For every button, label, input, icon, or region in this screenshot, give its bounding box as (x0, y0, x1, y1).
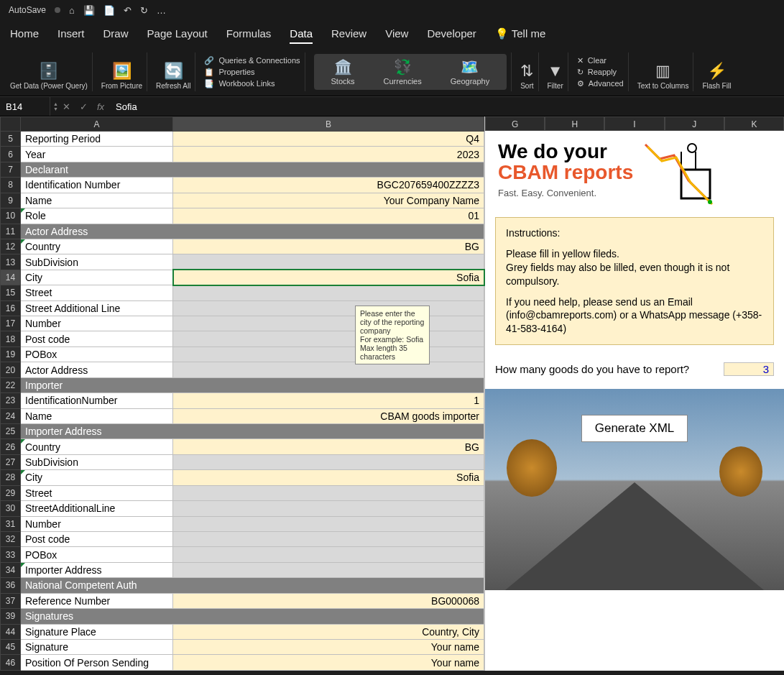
flash-fill-button[interactable]: ⚡ Flash Fill (698, 52, 735, 91)
workbook-links-button[interactable]: 📑Workbook Links (204, 79, 275, 88)
tab-data[interactable]: Data (290, 27, 313, 44)
label-cell[interactable]: Identification Number (21, 178, 173, 193)
sort-button[interactable]: ⇅ Sort (516, 52, 538, 91)
save-icon[interactable]: 💾 (83, 5, 95, 16)
row-header[interactable]: 31 (1, 516, 21, 531)
label-cell[interactable]: SubDivision (21, 454, 173, 469)
value-cell[interactable]: 2023 (173, 147, 484, 162)
row-header[interactable]: 22 (1, 377, 21, 392)
label-cell[interactable]: Signature (21, 639, 173, 654)
tab-tell-me[interactable]: 💡 Tell me (495, 27, 545, 44)
row-header[interactable]: 44 (1, 624, 21, 639)
label-cell[interactable]: Street (21, 485, 173, 500)
tab-developer[interactable]: Developer (427, 27, 476, 44)
row-header[interactable]: 27 (1, 454, 21, 469)
value-cell[interactable] (173, 531, 484, 546)
row-header[interactable]: 36 (1, 578, 21, 593)
row-header[interactable]: 6 (1, 147, 21, 162)
undo-icon[interactable]: ↶ (124, 5, 132, 16)
value-cell[interactable] (173, 485, 484, 500)
label-cell[interactable]: Street Additional Line (21, 300, 173, 316)
tab-view[interactable]: View (385, 27, 408, 44)
value-cell[interactable] (173, 254, 484, 270)
label-cell[interactable]: Country (21, 239, 173, 254)
tab-draw[interactable]: Draw (103, 27, 129, 44)
row-header[interactable]: 12 (1, 239, 21, 254)
value-cell[interactable]: BG (173, 439, 484, 454)
tab-home[interactable]: Home (10, 27, 39, 44)
row-header[interactable]: 10 (1, 208, 21, 224)
row-header[interactable]: 13 (1, 254, 21, 270)
section-header-cell[interactable]: Signatures (21, 609, 484, 624)
row-header[interactable]: 11 (1, 224, 21, 239)
section-header-cell[interactable]: Importer (21, 377, 484, 392)
value-cell[interactable]: Country, City (173, 624, 484, 639)
row-header[interactable]: 30 (1, 501, 21, 516)
queries-button[interactable]: 🔗Queries & Connections (204, 56, 300, 65)
value-cell[interactable] (173, 547, 484, 562)
row-header[interactable]: 46 (1, 655, 21, 671)
label-cell[interactable]: Actor Address (21, 362, 173, 377)
tab-page-layout[interactable]: Page Layout (147, 27, 208, 44)
col-headers-right[interactable]: G H I J K (485, 116, 784, 131)
row-header[interactable]: 24 (1, 408, 21, 423)
label-cell[interactable]: Country (21, 439, 173, 454)
value-cell[interactable] (173, 501, 484, 516)
value-cell[interactable]: BG000068 (173, 593, 484, 608)
col-header-h[interactable]: H (545, 116, 604, 131)
value-cell[interactable]: Your Company Name (173, 193, 484, 208)
value-cell[interactable] (173, 346, 484, 362)
label-cell[interactable]: Signature Place (21, 624, 173, 639)
more-icon[interactable]: … (157, 5, 166, 16)
row-header[interactable]: 16 (1, 300, 21, 316)
col-header-b[interactable]: B (173, 117, 484, 132)
formula-input[interactable]: Sofia (109, 101, 137, 112)
currencies-button[interactable]: 💱Currencies (384, 58, 422, 86)
label-cell[interactable]: POBox (21, 547, 173, 562)
row-header[interactable]: 23 (1, 393, 21, 408)
label-cell[interactable]: Post code (21, 331, 173, 346)
label-cell[interactable]: City (21, 470, 173, 485)
value-cell[interactable]: Q4 (173, 132, 484, 147)
label-cell[interactable]: Reference Number (21, 593, 173, 608)
confirm-button[interactable]: ✓ (75, 101, 93, 112)
section-header-cell[interactable]: Declarant (21, 162, 484, 177)
value-cell[interactable] (173, 300, 484, 316)
row-header[interactable]: 5 (1, 132, 21, 147)
row-header[interactable]: 8 (1, 178, 21, 193)
clear-button[interactable]: ✕Clear (577, 56, 607, 65)
value-cell[interactable] (173, 516, 484, 531)
generate-xml-button[interactable]: Generate XML (581, 415, 688, 442)
value-cell[interactable]: Sofia (173, 270, 484, 285)
value-cell[interactable]: BGC207659400ZZZZ3 (173, 178, 484, 193)
label-cell[interactable]: StreetAdditionalLine (21, 501, 173, 516)
value-cell[interactable]: BG (173, 239, 484, 254)
row-header[interactable]: 25 (1, 424, 21, 439)
geography-button[interactable]: 🗺️Geography (451, 58, 489, 86)
refresh-all-button[interactable]: 🔄 Refresh All (152, 52, 195, 91)
label-cell[interactable]: IdentificationNumber (21, 393, 173, 408)
goods-count-cell[interactable]: 3 (724, 362, 774, 376)
autosave-toggle[interactable] (55, 7, 60, 13)
row-header[interactable]: 15 (1, 285, 21, 300)
row-header[interactable]: 20 (1, 362, 21, 377)
tab-review[interactable]: Review (331, 27, 366, 44)
row-header[interactable]: 29 (1, 485, 21, 500)
col-header-k[interactable]: K (724, 116, 784, 131)
label-cell[interactable]: Number (21, 516, 173, 531)
value-cell[interactable]: CBAM goods importer (173, 408, 484, 423)
value-cell[interactable] (173, 362, 484, 377)
col-header-g[interactable]: G (485, 116, 545, 131)
col-header-j[interactable]: J (665, 116, 724, 131)
row-header[interactable]: 19 (1, 346, 21, 362)
grid-left[interactable]: A B 5Reporting PeriodQ46Year20237Declara… (0, 116, 484, 671)
tab-formulas[interactable]: Formulas (226, 27, 272, 44)
value-cell[interactable] (173, 316, 484, 331)
export-icon[interactable]: 📄 (103, 5, 115, 16)
label-cell[interactable]: Importer Address (21, 562, 173, 577)
col-header-i[interactable]: I (604, 116, 664, 131)
label-cell[interactable]: Post code (21, 531, 173, 546)
row-header[interactable]: 34 (1, 562, 21, 577)
label-cell[interactable]: POBox (21, 346, 173, 362)
home-icon[interactable]: ⌂ (69, 5, 75, 16)
